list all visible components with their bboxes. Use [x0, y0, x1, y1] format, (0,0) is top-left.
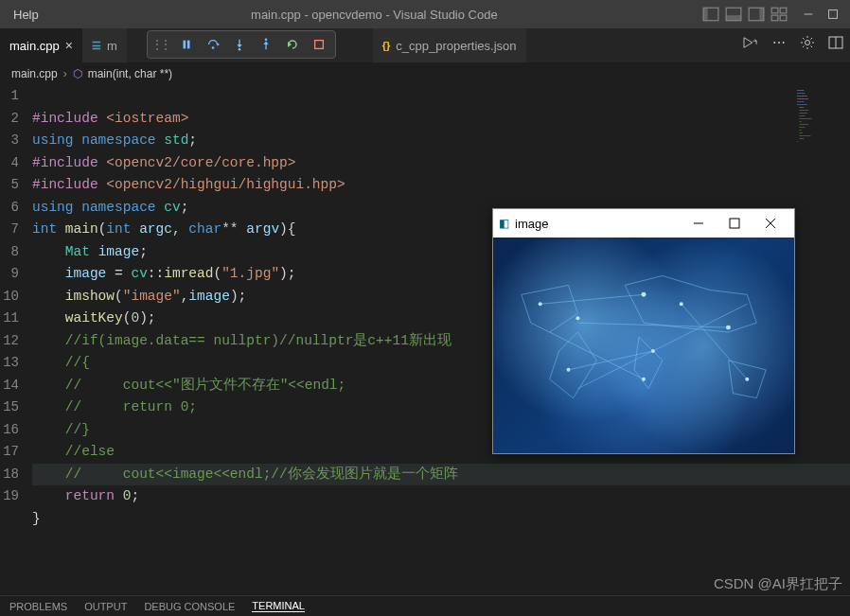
tab-output[interactable]: OUTPUT	[84, 601, 127, 612]
breadcrumb-symbol[interactable]: main(int, char **)	[88, 67, 172, 80]
svg-point-21	[265, 38, 268, 41]
svg-point-18	[239, 48, 241, 51]
close-button[interactable]	[753, 210, 788, 237]
svg-rect-8	[771, 15, 778, 21]
watermark: CSDN @AI界扛把子	[714, 575, 842, 593]
svg-line-37	[577, 304, 747, 388]
minimize-button[interactable]	[681, 210, 717, 237]
svg-marker-20	[263, 42, 268, 45]
menu-help[interactable]: Help	[6, 8, 46, 22]
title-bar: Help main.cpp - opencvdemo - Visual Stud…	[0, 0, 850, 28]
layout-right-icon[interactable]	[748, 6, 765, 23]
tab-label: main.cpp	[9, 39, 60, 53]
run-button[interactable]	[740, 32, 761, 53]
image-preview-window[interactable]: ◧ image	[492, 208, 795, 454]
svg-marker-17	[237, 44, 241, 48]
app-icon: ◧	[499, 217, 509, 230]
bottom-panel: PROBLEMS OUTPUT DEBUG CONSOLE TERMINAL	[0, 595, 850, 616]
step-over-button[interactable]	[201, 33, 225, 56]
split-editor-icon[interactable]	[825, 32, 846, 53]
svg-rect-23	[315, 41, 324, 49]
tab-label: c_cpp_properties.json	[396, 39, 516, 53]
svg-point-38	[539, 302, 542, 306]
image-window-title: image	[515, 217, 548, 231]
window-title: main.cpp - opencvdemo - Visual Studio Co…	[46, 8, 702, 22]
window-controls	[797, 3, 844, 26]
more-icon[interactable]: ⋯	[769, 32, 789, 53]
maximize-button[interactable]	[822, 3, 844, 26]
drag-handle-icon[interactable]: ⋮⋮	[151, 38, 168, 51]
svg-rect-13	[187, 41, 190, 49]
stop-button[interactable]	[307, 33, 331, 56]
image-content	[493, 238, 794, 453]
svg-point-45	[651, 349, 655, 353]
svg-line-34	[682, 304, 748, 379]
svg-point-44	[567, 368, 571, 372]
minimize-button[interactable]	[797, 3, 820, 26]
restart-button[interactable]	[280, 33, 305, 56]
line-gutter: 12345678910111213141516171819	[0, 85, 27, 596]
svg-rect-3	[726, 15, 741, 21]
svg-point-25	[806, 41, 810, 45]
svg-point-39	[576, 316, 579, 320]
svg-line-32	[540, 294, 644, 304]
svg-point-43	[745, 378, 749, 381]
svg-line-36	[550, 332, 644, 379]
debug-toolbar[interactable]: ⋮⋮	[147, 30, 336, 59]
close-icon[interactable]: ×	[65, 38, 73, 53]
layout-panel-icon[interactable]	[725, 6, 742, 23]
svg-point-41	[680, 302, 683, 306]
breadcrumb[interactable]: main.cpp › ⬡ main(int, char **)	[0, 62, 850, 85]
tab-c-cpp-properties[interactable]: {} c_cpp_properties.json	[373, 28, 526, 62]
step-into-button[interactable]	[227, 33, 252, 56]
pause-button[interactable]	[174, 33, 199, 56]
settings-icon[interactable]	[797, 32, 818, 53]
layout-sidebar-icon[interactable]	[702, 6, 719, 23]
svg-rect-1	[703, 8, 708, 21]
svg-rect-9	[780, 15, 787, 21]
step-out-button[interactable]	[254, 33, 278, 56]
svg-rect-6	[771, 8, 778, 13]
svg-point-46	[642, 378, 646, 381]
svg-rect-5	[759, 8, 764, 21]
image-window-titlebar[interactable]: ◧ image	[493, 209, 794, 238]
tab-terminal[interactable]: TERMINAL	[252, 600, 305, 612]
svg-rect-29	[730, 219, 739, 228]
tab-label: m	[107, 39, 117, 53]
tab-debug-console[interactable]: DEBUG CONSOLE	[144, 601, 235, 612]
svg-point-42	[726, 326, 731, 330]
minimap[interactable]: ▬▬▬▬▬▬▬▬▬▬▬▬▬▬▬▬▬▬▬▬▬▬▬▬▬▬▬▬▬▬▬▬▬▬▬▬▬▬▬▬…	[793, 85, 850, 274]
svg-marker-14	[217, 43, 220, 46]
editor-actions: ⋯	[740, 32, 846, 53]
svg-rect-12	[184, 41, 186, 49]
svg-line-35	[577, 323, 728, 327]
svg-marker-24	[744, 38, 753, 48]
svg-rect-7	[780, 8, 787, 13]
layout-custom-icon[interactable]	[770, 6, 788, 23]
tab-main-cpp[interactable]: main.cpp ×	[0, 28, 82, 62]
json-icon: {}	[382, 40, 391, 51]
tab-m[interactable]: ☰ m	[82, 28, 127, 62]
breadcrumb-file[interactable]: main.cpp	[11, 67, 58, 80]
tab-problems[interactable]: PROBLEMS	[9, 601, 67, 612]
svg-point-15	[212, 46, 215, 49]
svg-line-33	[569, 351, 653, 370]
maximize-button[interactable]	[717, 210, 753, 237]
editor-tabs: main.cpp × ☰ m ⋮⋮ {} c_cpp_properties.js…	[0, 28, 850, 62]
chevron-right-icon: ›	[63, 67, 67, 80]
svg-rect-11	[829, 10, 838, 19]
file-icon: ☰	[92, 40, 101, 52]
symbol-method-icon: ⬡	[73, 67, 82, 80]
layout-controls	[702, 6, 788, 23]
svg-point-40	[642, 292, 646, 297]
